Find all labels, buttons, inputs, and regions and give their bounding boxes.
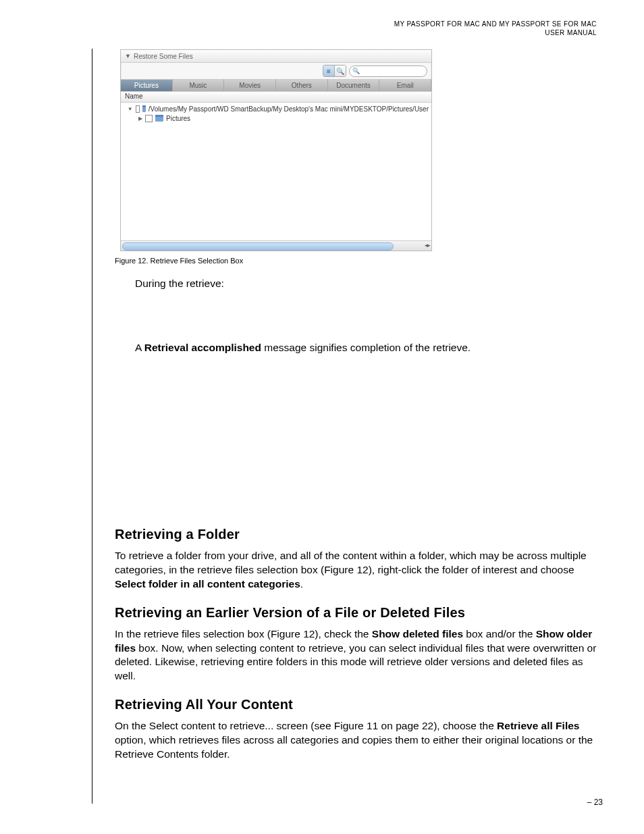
list-view-button[interactable]: ≡ — [323, 66, 334, 76]
tab-label: Documents — [336, 82, 371, 89]
text: To retrieve a folder from your drive, an… — [115, 550, 587, 575]
content-column: ▼ Restore Some Files ≡ 🔍 🔍 P — [115, 49, 597, 762]
magnifier-icon: 🔍 — [352, 68, 360, 74]
horizontal-scrollbar[interactable]: ◂▸ — [121, 240, 431, 251]
tree-row-root[interactable]: ▼ /Volumes/My Passport/WD SmartBackup/My… — [124, 104, 429, 113]
heading-retrieving-all: Retrieving All Your Content — [115, 697, 597, 712]
panel-title: Restore Some Files — [134, 53, 193, 60]
folder-icon — [142, 105, 146, 112]
tab-label: Others — [292, 82, 312, 89]
screenshot-restore-box: ▼ Restore Some Files ≡ 🔍 🔍 P — [120, 49, 432, 251]
toolbar: ≡ 🔍 🔍 — [121, 63, 431, 79]
header-line1: MY PASSPORT FOR MAC AND MY PASSPORT SE F… — [394, 20, 597, 28]
disclosure-triangle-icon: ▼ — [125, 53, 131, 59]
tab-movies[interactable]: Movies — [224, 79, 276, 91]
text: On the Select content to retrieve... scr… — [115, 720, 497, 731]
heading-retrieving-folder: Retrieving a Folder — [115, 527, 597, 542]
text: . — [300, 578, 303, 590]
para-during: During the retrieve: — [135, 277, 597, 291]
page-number: – 23 — [587, 798, 603, 807]
spacer — [115, 365, 597, 513]
para-accomplished: A Retrieval accomplished message signifi… — [135, 341, 597, 355]
scroll-arrows[interactable]: ◂▸ — [425, 242, 430, 249]
view-mode-segment: ≡ 🔍 — [323, 65, 346, 77]
para-retrieving-earlier: In the retrieve files selection box (Fig… — [115, 627, 597, 684]
text: A — [135, 342, 144, 353]
tab-label: Movies — [239, 82, 261, 89]
search-view-button[interactable]: 🔍 — [334, 66, 346, 76]
column-header-name[interactable]: Name — [121, 91, 431, 103]
disclosure-down-icon[interactable]: ▼ — [128, 106, 133, 112]
heading-retrieving-earlier: Retrieving an Earlier Version of a File … — [115, 605, 597, 621]
bold-text: Show deleted files — [372, 628, 463, 640]
bold-text: Retrieval accomplished — [144, 342, 261, 353]
vertical-rule — [92, 49, 92, 804]
bold-text: Select folder in all content categories — [115, 578, 300, 590]
folder-icon — [155, 115, 163, 122]
panel-header: ▼ Restore Some Files — [121, 50, 431, 63]
figure-caption: Figure 12. Retrieve Files Selection Box — [115, 257, 597, 265]
disclosure-right-icon[interactable]: ▶ — [138, 115, 142, 122]
checkbox[interactable] — [136, 105, 140, 113]
para-retrieving-folder: To retrieve a folder from your drive, an… — [115, 549, 597, 592]
spacer — [115, 301, 597, 341]
running-header: MY PASSPORT FOR MAC AND MY PASSPORT SE F… — [47, 20, 597, 37]
text: box. Now, when selecting content to retr… — [115, 642, 596, 682]
page: MY PASSPORT FOR MAC AND MY PASSPORT SE F… — [0, 0, 644, 834]
tab-documents[interactable]: Documents — [328, 79, 380, 91]
text: message signifies completion of the retr… — [261, 342, 471, 353]
tab-label: Pictures — [134, 82, 159, 89]
list-icon: ≡ — [327, 68, 331, 75]
tab-others[interactable]: Others — [276, 79, 328, 91]
tree-row-child[interactable]: ▶ Pictures — [124, 113, 429, 123]
text: In the retrieve files selection box (Fig… — [115, 628, 372, 640]
bold-text: Retrieve all Files — [497, 720, 579, 731]
tab-label: Email — [397, 82, 414, 89]
search-input[interactable]: 🔍 — [349, 66, 427, 77]
para-retrieving-all: On the Select content to retrieve... scr… — [115, 719, 597, 762]
category-tabs: Pictures Music Movies Others Documents E… — [121, 79, 431, 91]
checkbox[interactable] — [145, 115, 153, 122]
header-line2: USER MANUAL — [545, 29, 597, 36]
text: option, which retrieves files across all… — [115, 734, 593, 760]
magnifier-icon: 🔍 — [336, 68, 344, 75]
tree-path: /Volumes/My Passport/WD SmartBackup/My D… — [149, 105, 429, 113]
tab-pictures[interactable]: Pictures — [121, 79, 173, 91]
file-tree: ▼ /Volumes/My Passport/WD SmartBackup/My… — [121, 103, 431, 240]
text: box and/or the — [463, 628, 536, 640]
tree-child-label: Pictures — [166, 115, 190, 122]
tab-music[interactable]: Music — [173, 79, 225, 91]
tab-email[interactable]: Email — [379, 79, 431, 91]
scroll-thumb[interactable] — [122, 242, 394, 251]
tab-label: Music — [189, 82, 207, 89]
